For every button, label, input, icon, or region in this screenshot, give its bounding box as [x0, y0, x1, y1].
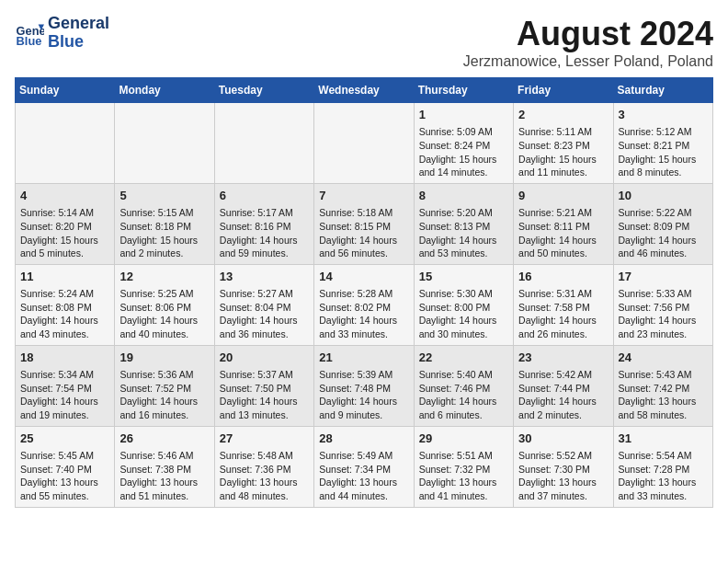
day-number: 5 [119, 188, 209, 204]
day-info: Sunrise: 5:20 AM Sunset: 8:13 PM Dayligh… [419, 206, 508, 260]
day-info: Sunrise: 5:11 AM Sunset: 8:23 PM Dayligh… [518, 125, 608, 179]
calendar-cell: 6Sunrise: 5:17 AM Sunset: 8:16 PM Daylig… [214, 183, 313, 264]
calendar-cell: 31Sunrise: 5:54 AM Sunset: 7:28 PM Dayli… [613, 426, 712, 507]
logo-icon: General Blue [15, 18, 44, 48]
day-number: 28 [319, 431, 408, 447]
day-number: 26 [119, 431, 209, 447]
day-info: Sunrise: 5:15 AM Sunset: 8:18 PM Dayligh… [119, 206, 209, 260]
day-number: 1 [419, 107, 508, 123]
day-number: 14 [319, 269, 408, 285]
day-info: Sunrise: 5:27 AM Sunset: 8:04 PM Dayligh… [220, 287, 309, 341]
day-number: 13 [220, 269, 309, 285]
day-number: 4 [20, 188, 109, 204]
calendar-cell: 22Sunrise: 5:40 AM Sunset: 7:46 PM Dayli… [414, 345, 513, 426]
day-info: Sunrise: 5:43 AM Sunset: 7:42 PM Dayligh… [619, 368, 708, 422]
calendar-cell: 15Sunrise: 5:30 AM Sunset: 8:00 PM Dayli… [414, 264, 513, 345]
calendar-cell: 11Sunrise: 5:24 AM Sunset: 8:08 PM Dayli… [16, 264, 115, 345]
weekday-header: Monday [115, 78, 214, 103]
calendar-subtitle: Jerzmanowice, Lesser Poland, Poland [463, 53, 713, 70]
day-info: Sunrise: 5:45 AM Sunset: 7:40 PM Dayligh… [20, 449, 109, 503]
day-info: Sunrise: 5:36 AM Sunset: 7:52 PM Dayligh… [119, 368, 209, 422]
calendar-cell: 28Sunrise: 5:49 AM Sunset: 7:34 PM Dayli… [314, 426, 414, 507]
day-number: 27 [220, 431, 309, 447]
day-info: Sunrise: 5:52 AM Sunset: 7:30 PM Dayligh… [518, 449, 608, 503]
day-info: Sunrise: 5:28 AM Sunset: 8:02 PM Dayligh… [319, 287, 408, 341]
calendar-week-row: 11Sunrise: 5:24 AM Sunset: 8:08 PM Dayli… [16, 264, 713, 345]
day-number: 25 [20, 431, 109, 447]
calendar-cell: 2Sunrise: 5:11 AM Sunset: 8:23 PM Daylig… [514, 103, 613, 184]
calendar-cell: 23Sunrise: 5:42 AM Sunset: 7:44 PM Dayli… [514, 345, 613, 426]
day-number: 6 [220, 188, 309, 204]
day-number: 18 [20, 350, 109, 366]
calendar-cell: 4Sunrise: 5:14 AM Sunset: 8:20 PM Daylig… [16, 183, 115, 264]
day-number: 8 [419, 188, 508, 204]
day-info: Sunrise: 5:14 AM Sunset: 8:20 PM Dayligh… [20, 206, 109, 260]
calendar-cell: 9Sunrise: 5:21 AM Sunset: 8:11 PM Daylig… [514, 183, 613, 264]
day-number: 31 [619, 431, 708, 447]
calendar-title: August 2024 [463, 15, 713, 53]
day-number: 7 [319, 188, 408, 204]
day-number: 29 [419, 431, 508, 447]
day-number: 24 [619, 350, 708, 366]
svg-text:Blue: Blue [17, 34, 42, 48]
day-info: Sunrise: 5:37 AM Sunset: 7:50 PM Dayligh… [220, 368, 309, 422]
day-info: Sunrise: 5:22 AM Sunset: 8:09 PM Dayligh… [619, 206, 708, 260]
day-info: Sunrise: 5:39 AM Sunset: 7:48 PM Dayligh… [319, 368, 408, 422]
weekday-header-row: SundayMondayTuesdayWednesdayThursdayFrid… [16, 78, 713, 103]
day-number: 11 [20, 269, 109, 285]
day-number: 3 [619, 107, 708, 123]
day-info: Sunrise: 5:51 AM Sunset: 7:32 PM Dayligh… [419, 449, 508, 503]
day-info: Sunrise: 5:31 AM Sunset: 7:58 PM Dayligh… [518, 287, 608, 341]
calendar-cell: 5Sunrise: 5:15 AM Sunset: 8:18 PM Daylig… [115, 183, 214, 264]
calendar-week-row: 18Sunrise: 5:34 AM Sunset: 7:54 PM Dayli… [16, 345, 713, 426]
day-info: Sunrise: 5:40 AM Sunset: 7:46 PM Dayligh… [419, 368, 508, 422]
day-number: 10 [619, 188, 708, 204]
day-info: Sunrise: 5:09 AM Sunset: 8:24 PM Dayligh… [419, 125, 508, 179]
calendar-cell: 14Sunrise: 5:28 AM Sunset: 8:02 PM Dayli… [314, 264, 414, 345]
day-info: Sunrise: 5:24 AM Sunset: 8:08 PM Dayligh… [20, 287, 109, 341]
calendar-cell: 10Sunrise: 5:22 AM Sunset: 8:09 PM Dayli… [613, 183, 712, 264]
day-info: Sunrise: 5:18 AM Sunset: 8:15 PM Dayligh… [319, 206, 408, 260]
calendar-cell: 21Sunrise: 5:39 AM Sunset: 7:48 PM Dayli… [314, 345, 414, 426]
calendar-cell [214, 103, 313, 184]
day-number: 2 [518, 107, 608, 123]
calendar-cell: 3Sunrise: 5:12 AM Sunset: 8:21 PM Daylig… [613, 103, 712, 184]
day-number: 22 [419, 350, 508, 366]
day-info: Sunrise: 5:12 AM Sunset: 8:21 PM Dayligh… [619, 125, 708, 179]
calendar-cell: 29Sunrise: 5:51 AM Sunset: 7:32 PM Dayli… [414, 426, 513, 507]
calendar-cell [16, 103, 115, 184]
calendar-cell: 30Sunrise: 5:52 AM Sunset: 7:30 PM Dayli… [514, 426, 613, 507]
calendar-week-row: 4Sunrise: 5:14 AM Sunset: 8:20 PM Daylig… [16, 183, 713, 264]
page-header: General Blue General Blue August 2024 Je… [15, 15, 713, 70]
day-info: Sunrise: 5:49 AM Sunset: 7:34 PM Dayligh… [319, 449, 408, 503]
day-number: 12 [119, 269, 209, 285]
calendar-cell: 12Sunrise: 5:25 AM Sunset: 8:06 PM Dayli… [115, 264, 214, 345]
weekday-header: Wednesday [314, 78, 414, 103]
calendar-cell: 13Sunrise: 5:27 AM Sunset: 8:04 PM Dayli… [214, 264, 313, 345]
day-number: 30 [518, 431, 608, 447]
day-info: Sunrise: 5:21 AM Sunset: 8:11 PM Dayligh… [518, 206, 608, 260]
logo-line1: General [48, 15, 109, 33]
calendar-cell: 8Sunrise: 5:20 AM Sunset: 8:13 PM Daylig… [414, 183, 513, 264]
day-number: 9 [518, 188, 608, 204]
day-number: 19 [119, 350, 209, 366]
day-number: 20 [220, 350, 309, 366]
weekday-header: Tuesday [214, 78, 313, 103]
title-section: August 2024 Jerzmanowice, Lesser Poland,… [463, 15, 713, 70]
day-number: 15 [419, 269, 508, 285]
calendar-cell: 24Sunrise: 5:43 AM Sunset: 7:42 PM Dayli… [613, 345, 712, 426]
day-number: 23 [518, 350, 608, 366]
day-info: Sunrise: 5:46 AM Sunset: 7:38 PM Dayligh… [119, 449, 209, 503]
calendar-week-row: 25Sunrise: 5:45 AM Sunset: 7:40 PM Dayli… [16, 426, 713, 507]
day-info: Sunrise: 5:42 AM Sunset: 7:44 PM Dayligh… [518, 368, 608, 422]
day-info: Sunrise: 5:34 AM Sunset: 7:54 PM Dayligh… [20, 368, 109, 422]
day-number: 21 [319, 350, 408, 366]
logo-line2: Blue [48, 33, 109, 52]
calendar-cell: 20Sunrise: 5:37 AM Sunset: 7:50 PM Dayli… [214, 345, 313, 426]
day-number: 17 [619, 269, 708, 285]
calendar-cell: 7Sunrise: 5:18 AM Sunset: 8:15 PM Daylig… [314, 183, 414, 264]
weekday-header: Thursday [414, 78, 513, 103]
calendar-cell: 1Sunrise: 5:09 AM Sunset: 8:24 PM Daylig… [414, 103, 513, 184]
calendar-cell: 26Sunrise: 5:46 AM Sunset: 7:38 PM Dayli… [115, 426, 214, 507]
weekday-header: Friday [514, 78, 613, 103]
